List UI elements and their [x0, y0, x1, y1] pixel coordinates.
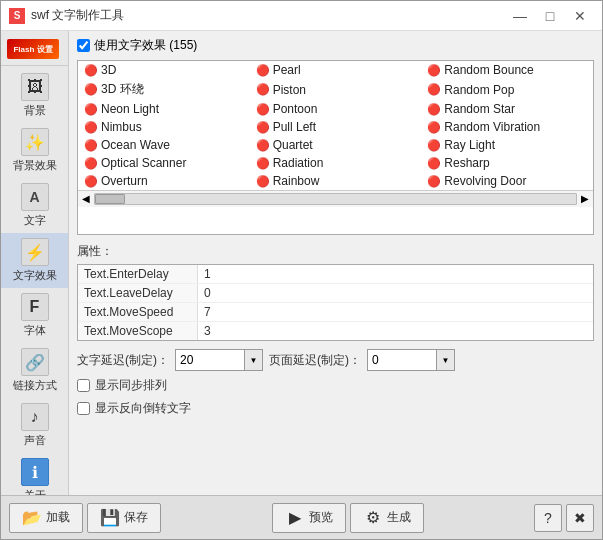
text-delay-dropdown-btn[interactable]: ▼	[245, 349, 263, 371]
effect-random-pop[interactable]: 🔴 Random Pop	[421, 79, 593, 100]
maximize-button[interactable]: □	[536, 4, 564, 28]
lightning-icon-10: 🔴	[84, 121, 98, 134]
sidebar-item-sound[interactable]: ♪ 声音	[1, 398, 68, 453]
sidebar: Flash 设置 🖼 背景 ✨ 背景效果 A 文字 ⚡ 文字效果 F 字体	[1, 31, 69, 495]
effect-3d-surround[interactable]: 🔴 3D 环绕	[78, 79, 250, 100]
sync-label: 显示同步排列	[95, 377, 167, 394]
sync-checkbox-row: 显示同步排列	[77, 377, 594, 394]
save-button[interactable]: 💾 保存	[87, 503, 161, 533]
effect-pontoon[interactable]: 🔴 Pontoon	[250, 100, 422, 118]
effect-random-star[interactable]: 🔴 Random Star	[421, 100, 593, 118]
effect-revolving-door[interactable]: 🔴 Revolving Door	[421, 172, 593, 190]
sidebar-item-link[interactable]: 🔗 链接方式	[1, 343, 68, 398]
prop-row-2: Text.LeaveDelay 0	[78, 284, 593, 303]
effect-resharp[interactable]: 🔴 Resharp	[421, 154, 593, 172]
effect-neon-light[interactable]: 🔴 Neon Light	[78, 100, 250, 118]
prop-val-3: 7	[198, 303, 217, 321]
effect-label-random-bounce: Random Bounce	[444, 63, 533, 77]
effect-pull-left[interactable]: 🔴 Pull Left	[250, 118, 422, 136]
effect-rainbow[interactable]: 🔴 Rainbow	[250, 172, 422, 190]
preview-icon: ▶	[285, 508, 305, 528]
sync-checkbox[interactable]	[77, 379, 90, 392]
sidebar-item-bg-effect[interactable]: ✨ 背景效果	[1, 123, 68, 178]
lightning-icon-18: 🔴	[427, 157, 441, 170]
scroll-track[interactable]	[94, 193, 577, 205]
link-icon: 🔗	[21, 348, 49, 376]
reverse-label: 显示反向倒转文字	[95, 400, 191, 417]
sidebar-item-font[interactable]: F 字体	[1, 288, 68, 343]
scroll-right-btn[interactable]: ▶	[581, 193, 589, 205]
app-icon: S	[9, 8, 25, 24]
bg-effect-icon: ✨	[21, 128, 49, 156]
effect-radiation[interactable]: 🔴 Radiation	[250, 154, 422, 172]
effect-optical-scanner[interactable]: 🔴 Optical Scanner	[78, 154, 250, 172]
prop-val-4: 3	[198, 322, 217, 340]
effect-quartet[interactable]: 🔴 Quartet	[250, 136, 422, 154]
main-window: S swf 文字制作工具 — □ ✕ Flash 设置 🖼 背景 ✨ 背景效果	[0, 0, 603, 540]
page-delay-value[interactable]: 0	[367, 349, 437, 371]
effect-ocean-wave[interactable]: 🔴 Ocean Wave	[78, 136, 250, 154]
effect-row-2: 🔴 3D 环绕 🔴 Piston 🔴 Random Pop	[78, 79, 593, 100]
effect-label-ocean-wave: Ocean Wave	[101, 138, 170, 152]
sidebar-label-text: 文字	[24, 213, 46, 228]
properties-label: 属性：	[77, 243, 594, 260]
load-button[interactable]: 📂 加载	[9, 503, 83, 533]
properties-table: Text.EnterDelay 1 Text.LeaveDelay 0 Text…	[77, 264, 594, 341]
sidebar-item-bg[interactable]: 🖼 背景	[1, 68, 68, 123]
effect-label-pull-left: Pull Left	[273, 120, 316, 134]
sidebar-item-text-effect[interactable]: ⚡ 文字效果	[1, 233, 68, 288]
font-icon: F	[21, 293, 49, 321]
flash-logo-text: Flash 设置	[13, 44, 52, 55]
generate-button[interactable]: ⚙ 生成	[350, 503, 424, 533]
preview-label: 预览	[309, 509, 333, 526]
lightning-icon-14: 🔴	[256, 139, 270, 152]
effect-random-vibration[interactable]: 🔴 Random Vibration	[421, 118, 593, 136]
effect-overturn[interactable]: 🔴 Overturn	[78, 172, 250, 190]
reverse-checkbox-row: 显示反向倒转文字	[77, 400, 594, 417]
effect-3d[interactable]: 🔴 3D	[78, 61, 250, 79]
bg-icon: 🖼	[21, 73, 49, 101]
prop-row-1: Text.EnterDelay 1	[78, 265, 593, 284]
help-button[interactable]: ?	[534, 504, 562, 532]
text-delay-label: 文字延迟(制定)：	[77, 352, 169, 369]
sidebar-item-about[interactable]: ℹ 关于	[1, 453, 68, 495]
effect-label-nimbus: Nimbus	[101, 120, 142, 134]
prop-key-4: Text.MoveScope	[78, 322, 198, 340]
lightning-icon-3: 🔴	[427, 64, 441, 77]
generate-label: 生成	[387, 509, 411, 526]
exit-icon: ✖	[574, 510, 586, 526]
lightning-icon-16: 🔴	[84, 157, 98, 170]
reverse-checkbox[interactable]	[77, 402, 90, 415]
sidebar-label-sound: 声音	[24, 433, 46, 448]
load-label: 加载	[46, 509, 70, 526]
sidebar-item-text[interactable]: A 文字	[1, 178, 68, 233]
use-effect-checkbox[interactable]	[77, 39, 90, 52]
preview-button[interactable]: ▶ 预览	[272, 503, 346, 533]
prop-key-1: Text.EnterDelay	[78, 265, 198, 283]
effect-pearl[interactable]: 🔴 Pearl	[250, 61, 422, 79]
text-delay-value[interactable]: 20	[175, 349, 245, 371]
scroll-left-btn[interactable]: ◀	[82, 193, 90, 205]
prop-key-3: Text.MoveSpeed	[78, 303, 198, 321]
page-delay-dropdown-btn[interactable]: ▼	[437, 349, 455, 371]
effect-random-bounce[interactable]: 🔴 Random Bounce	[421, 61, 593, 79]
effects-list[interactable]: 🔴 3D 🔴 Pearl 🔴 Random Bounce 🔴	[77, 60, 594, 235]
flash-logo: Flash 设置	[7, 39, 59, 59]
close-button[interactable]: ✕	[566, 4, 594, 28]
effect-label-optical-scanner: Optical Scanner	[101, 156, 186, 170]
effect-piston[interactable]: 🔴 Piston	[250, 79, 422, 100]
lightning-icon-6: 🔴	[427, 83, 441, 96]
effect-label-piston: Piston	[273, 83, 306, 97]
lightning-icon-9: 🔴	[427, 103, 441, 116]
minimize-button[interactable]: —	[506, 4, 534, 28]
sidebar-label-link: 链接方式	[13, 378, 57, 393]
sidebar-label-about: 关于	[24, 488, 46, 495]
effect-ray-light[interactable]: 🔴 Ray Light	[421, 136, 593, 154]
effect-row-4: 🔴 Nimbus 🔴 Pull Left 🔴 Random Vibration	[78, 118, 593, 136]
prop-val-1: 1	[198, 265, 217, 283]
scroll-thumb[interactable]	[95, 194, 125, 204]
exit-button[interactable]: ✖	[566, 504, 594, 532]
effect-nimbus[interactable]: 🔴 Nimbus	[78, 118, 250, 136]
page-delay-select-wrapper: 0 ▼	[367, 349, 455, 371]
sidebar-label-bg: 背景	[24, 103, 46, 118]
